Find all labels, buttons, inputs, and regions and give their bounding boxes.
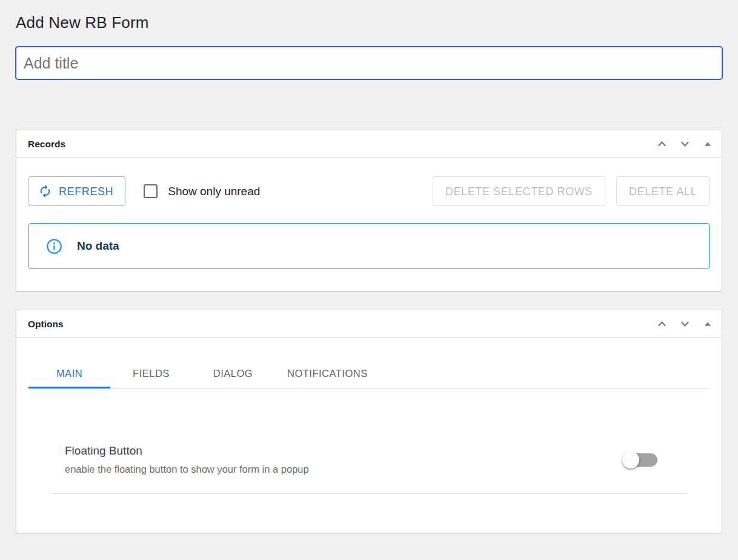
records-collapse-toggle-button[interactable] xyxy=(696,133,719,156)
floating-button-toggle[interactable] xyxy=(622,448,657,472)
tab-dialog[interactable]: DIALOG xyxy=(192,359,274,388)
tab-notifications[interactable]: NOTIFICATIONS xyxy=(274,359,381,388)
triangle-up-icon xyxy=(703,139,713,149)
refresh-icon xyxy=(38,184,52,198)
floating-button-setting-label: Floating Button xyxy=(65,444,309,458)
admin-page: Add New RB Form Records xyxy=(0,0,738,533)
options-metabox-body: MAIN FIELDS DIALOG NOTIFICATIONS Floatin… xyxy=(16,338,722,533)
records-metabox: Records xyxy=(16,130,722,292)
show-only-unread-checkbox[interactable] xyxy=(144,184,158,198)
main-tab-panel: Floating Button enable the floating butt… xyxy=(28,388,710,533)
options-metabox-header[interactable]: Options xyxy=(16,310,722,338)
options-handle-actions xyxy=(650,313,719,336)
records-metabox-header[interactable]: Records xyxy=(16,130,722,158)
floating-button-setting-row: Floating Button enable the floating butt… xyxy=(50,431,688,494)
records-handle-actions xyxy=(650,133,719,156)
delete-all-button[interactable]: DELETE ALL xyxy=(616,176,710,206)
spacer xyxy=(16,79,722,130)
records-toolbar: REFRESH Show only unread DELETE SELECTED… xyxy=(28,176,710,206)
no-data-alert: No data xyxy=(28,223,710,269)
records-metabox-body: REFRESH Show only unread DELETE SELECTED… xyxy=(16,158,722,291)
triangle-up-icon xyxy=(703,319,713,329)
toggle-thumb xyxy=(622,452,639,468)
tab-fields[interactable]: FIELDS xyxy=(110,359,192,388)
delete-selected-rows-button[interactable]: DELETE SELECTED ROWS xyxy=(433,176,605,206)
info-icon xyxy=(46,238,62,255)
page-title: Add New RB Form xyxy=(16,13,722,32)
floating-button-setting-text: Floating Button enable the floating butt… xyxy=(65,444,309,475)
records-move-down-button[interactable] xyxy=(673,133,696,156)
options-metabox-title: Options xyxy=(28,319,64,330)
post-title-input[interactable] xyxy=(16,47,722,79)
options-move-down-button[interactable] xyxy=(673,313,696,336)
options-metabox: Options xyxy=(16,310,722,533)
chevron-up-icon xyxy=(656,138,668,150)
spacer xyxy=(50,494,688,533)
show-only-unread-control[interactable]: Show only unread xyxy=(144,184,260,198)
chevron-down-icon xyxy=(679,318,691,330)
records-move-up-button[interactable] xyxy=(650,133,673,156)
records-metabox-title: Records xyxy=(28,139,65,150)
chevron-up-icon xyxy=(656,318,668,330)
show-only-unread-label: Show only unread xyxy=(168,185,260,198)
options-tab-bar: MAIN FIELDS DIALOG NOTIFICATIONS xyxy=(28,359,710,388)
chevron-down-icon xyxy=(679,138,691,150)
refresh-button-label: REFRESH xyxy=(59,186,113,197)
refresh-button[interactable]: REFRESH xyxy=(28,176,125,206)
tab-main[interactable]: MAIN xyxy=(28,359,110,388)
no-data-message: No data xyxy=(77,239,119,253)
options-move-up-button[interactable] xyxy=(650,313,673,336)
options-collapse-toggle-button[interactable] xyxy=(696,313,719,336)
floating-button-setting-description: enable the floating button to show your … xyxy=(65,464,309,475)
